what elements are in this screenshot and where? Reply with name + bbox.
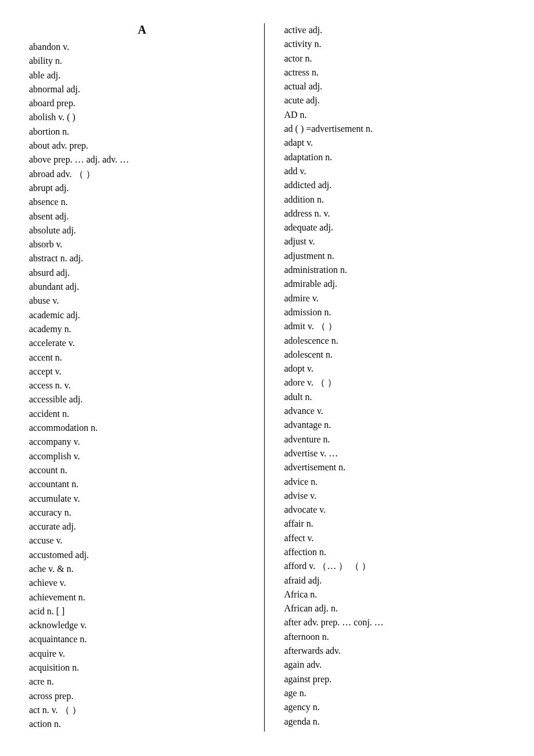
vocab-entry: absolute adj. <box>29 224 256 237</box>
vocab-entry: adolescence n. <box>284 334 511 348</box>
vocab-entry: academy n. <box>29 322 256 336</box>
vocab-entry: affection n. <box>284 545 511 559</box>
vocab-entry: adventure n. <box>284 433 511 447</box>
vocab-entry: acknowledge v. <box>29 618 256 632</box>
vocab-entry: aboard prep. <box>29 96 256 110</box>
vocab-entry: abandon v. <box>29 40 256 54</box>
vocab-entry: ability n. <box>29 54 256 68</box>
vocab-entry: after adv. prep. … conj. … <box>284 615 511 629</box>
vocab-entry: abstract n. adj. <box>29 251 256 265</box>
vocab-entry: absorb v. <box>29 237 256 251</box>
vocab-entry: affair n. <box>284 517 511 531</box>
vocab-entry: absent adj. <box>29 210 256 224</box>
vocab-entry: active adj. <box>284 23 511 37</box>
vocab-entry: academic adj. <box>29 308 256 322</box>
vocab-entry: accomplish v. <box>29 449 256 463</box>
vocab-entry: addicted adj. <box>284 178 511 192</box>
vocab-entry: agenda n. <box>284 715 511 729</box>
vocab-entry: Africa n. <box>284 588 511 602</box>
vocab-entry: against prep. <box>284 672 511 686</box>
vocab-entry: afternoon n. <box>284 630 511 644</box>
vocab-entry: accurate adj. <box>29 520 256 534</box>
vocab-entry: accident n. <box>29 407 256 421</box>
vocab-entry: actor n. <box>284 52 511 66</box>
vocab-entry: address n. v. <box>284 207 511 221</box>
vocab-entry: afford v. （… ） （ ） <box>284 559 511 573</box>
vocab-entry: accessible adj. <box>29 393 256 406</box>
vocab-entry: add v. <box>284 164 511 178</box>
vocab-entry: abuse v. <box>29 294 256 308</box>
vocab-entry: admirable adj. <box>284 277 511 291</box>
vocab-entry: accommodation n. <box>29 421 256 435</box>
vocab-entry: AD n. <box>284 108 511 122</box>
vocab-entry: adequate adj. <box>284 221 511 235</box>
right-column: active adj.activity n.actor n.actress n.… <box>266 23 511 732</box>
vocab-entry: accustomed adj. <box>29 548 256 562</box>
vocab-entry: admit v. （ ） <box>284 319 511 333</box>
vocab-entry: administration n. <box>284 263 511 277</box>
vocab-entry: advise v. <box>284 489 511 503</box>
vocab-entry: accelerate v. <box>29 336 256 350</box>
vocab-entry: access n. v. <box>29 379 256 393</box>
vocab-entry: agency n. <box>284 700 511 714</box>
vocab-entry: accountant n. <box>29 477 256 491</box>
right-entries-container: active adj.activity n.actor n.actress n.… <box>284 23 511 729</box>
vocab-entry: absurd adj. <box>29 266 256 280</box>
vocab-entry: advantage n. <box>284 418 511 432</box>
vocab-entry: action n. <box>29 717 256 731</box>
vocab-entry: African adj. n. <box>284 602 511 615</box>
left-column: A abandon v.ability n.able adj.abnormal … <box>29 23 262 732</box>
vocab-entry: accuracy n. <box>29 506 256 520</box>
vocab-entry: afterwards adv. <box>284 644 511 658</box>
vocab-entry: accent n. <box>29 351 256 365</box>
vocab-entry: advertisement n. <box>284 460 511 474</box>
vocab-entry: advance v. <box>284 404 511 418</box>
vocab-entry: advocate v. <box>284 503 511 517</box>
vocab-entry: affect v. <box>284 531 511 545</box>
vocab-entry: accumulate v. <box>29 492 256 506</box>
vocab-entry: able adj. <box>29 69 256 82</box>
vocab-entry: acquisition n. <box>29 661 256 675</box>
vocab-entry: acquaintance n. <box>29 632 256 646</box>
vocab-entry: achievement n. <box>29 591 256 604</box>
vocab-entry: accompany v. <box>29 435 256 449</box>
vocab-entry: addition n. <box>284 193 511 207</box>
vocab-entry: actual adj. <box>284 80 511 93</box>
vocab-entry: adore v. （ ） <box>284 376 511 390</box>
vocab-entry: admire v. <box>284 291 511 305</box>
vocab-entry: accept v. <box>29 365 256 379</box>
vocab-entry: accuse v. <box>29 534 256 548</box>
vocab-entry: acquire v. <box>29 647 256 661</box>
vocab-entry: adult n. <box>284 390 511 404</box>
vocab-entry: admission n. <box>284 305 511 319</box>
vocab-entry: abnormal adj. <box>29 82 256 96</box>
vocab-entry: above prep. … adj. adv. … <box>29 153 256 167</box>
vocab-entry: actress n. <box>284 66 511 80</box>
vocabulary-page: A abandon v.ability n.able adj.abnormal … <box>0 0 534 756</box>
vocab-entry: act n. v. （ ） <box>29 703 256 717</box>
vocab-entry: about adv. prep. <box>29 139 256 153</box>
vocab-entry: achieve v. <box>29 576 256 590</box>
vocab-entry: adolescent n. <box>284 348 511 362</box>
vocab-entry: afraid adj. <box>284 574 511 588</box>
vocab-entry: acre n. <box>29 675 256 689</box>
section-heading: A <box>29 23 256 37</box>
vocab-entry: adjustment n. <box>284 249 511 263</box>
vocab-entry: absence n. <box>29 195 256 209</box>
left-entries-container: abandon v.ability n.able adj.abnormal ad… <box>29 40 256 732</box>
vocab-entry: abundant adj. <box>29 280 256 294</box>
vocab-entry: adjust v. <box>284 235 511 249</box>
vocab-entry: adopt v. <box>284 362 511 376</box>
vocab-entry: abrupt adj. <box>29 181 256 195</box>
vocab-entry: ad ( ) =advertisement n. <box>284 122 511 136</box>
vocab-entry: acid n. [ ] <box>29 604 256 618</box>
two-column-layout: A abandon v.ability n.able adj.abnormal … <box>29 23 511 732</box>
vocab-entry: adapt v. <box>284 136 511 150</box>
vocab-entry: abolish v. ( ) <box>29 110 256 124</box>
column-divider <box>264 23 265 732</box>
vocab-entry: adaptation n. <box>284 150 511 164</box>
vocab-entry: advertise v. … <box>284 447 511 460</box>
vocab-entry: abroad adv. （ ） <box>29 167 256 181</box>
vocab-entry: across prep. <box>29 689 256 703</box>
vocab-entry: ache v. & n. <box>29 562 256 576</box>
